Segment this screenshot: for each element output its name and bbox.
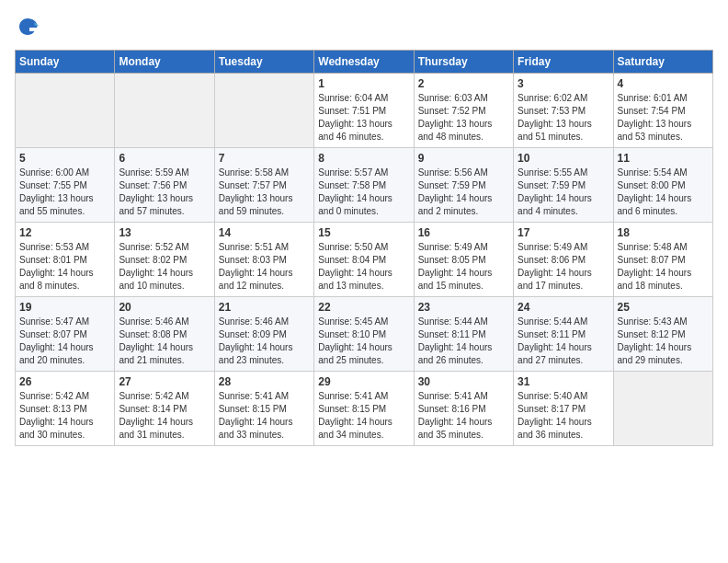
calendar-table: SundayMondayTuesdayWednesdayThursdayFrid… <box>15 50 713 446</box>
calendar-cell: 6Sunrise: 5:59 AM Sunset: 7:56 PM Daylig… <box>115 148 214 223</box>
day-info: Sunrise: 5:44 AM Sunset: 8:11 PM Dayligh… <box>518 316 609 367</box>
day-info: Sunrise: 5:44 AM Sunset: 8:11 PM Dayligh… <box>418 316 509 367</box>
calendar-cell: 4Sunrise: 6:01 AM Sunset: 7:54 PM Daylig… <box>613 74 712 148</box>
page-header <box>15 15 713 40</box>
day-info: Sunrise: 6:03 AM Sunset: 7:52 PM Dayligh… <box>418 92 509 144</box>
day-number: 20 <box>119 301 210 314</box>
day-number: 14 <box>219 226 310 239</box>
day-info: Sunrise: 6:04 AM Sunset: 7:51 PM Dayligh… <box>318 92 409 144</box>
day-info: Sunrise: 5:58 AM Sunset: 7:57 PM Dayligh… <box>219 167 310 218</box>
day-number: 18 <box>618 226 709 239</box>
calendar-cell: 26Sunrise: 5:42 AM Sunset: 8:13 PM Dayli… <box>16 372 115 446</box>
calendar-cell: 11Sunrise: 5:54 AM Sunset: 8:00 PM Dayli… <box>613 148 712 223</box>
calendar-cell: 9Sunrise: 5:56 AM Sunset: 7:59 PM Daylig… <box>414 148 513 223</box>
calendar-cell: 31Sunrise: 5:40 AM Sunset: 8:17 PM Dayli… <box>514 372 613 446</box>
day-info: Sunrise: 5:41 AM Sunset: 8:15 PM Dayligh… <box>318 390 409 442</box>
week-row-2: 5Sunrise: 6:00 AM Sunset: 7:55 PM Daylig… <box>16 148 713 223</box>
day-info: Sunrise: 6:02 AM Sunset: 7:53 PM Dayligh… <box>518 92 609 144</box>
calendar-cell: 22Sunrise: 5:45 AM Sunset: 8:10 PM Dayli… <box>314 297 414 372</box>
day-info: Sunrise: 5:45 AM Sunset: 8:10 PM Dayligh… <box>318 316 409 367</box>
calendar-cell: 15Sunrise: 5:50 AM Sunset: 8:04 PM Dayli… <box>314 223 414 297</box>
day-info: Sunrise: 6:01 AM Sunset: 7:54 PM Dayligh… <box>618 92 709 144</box>
week-row-4: 19Sunrise: 5:47 AM Sunset: 8:07 PM Dayli… <box>16 297 713 372</box>
day-number: 7 <box>219 152 310 165</box>
day-info: Sunrise: 5:48 AM Sunset: 8:07 PM Dayligh… <box>618 241 709 293</box>
day-info: Sunrise: 5:54 AM Sunset: 8:00 PM Dayligh… <box>618 167 709 218</box>
calendar-cell: 7Sunrise: 5:58 AM Sunset: 7:57 PM Daylig… <box>214 148 313 223</box>
calendar-cell: 28Sunrise: 5:41 AM Sunset: 8:15 PM Dayli… <box>214 372 313 446</box>
day-header-friday: Friday <box>514 51 613 74</box>
calendar-cell: 18Sunrise: 5:48 AM Sunset: 8:07 PM Dayli… <box>613 223 712 297</box>
day-number: 10 <box>518 152 609 165</box>
day-number: 21 <box>219 301 310 314</box>
logo-icon <box>15 15 40 40</box>
calendar-cell <box>16 74 115 148</box>
header-row: SundayMondayTuesdayWednesdayThursdayFrid… <box>16 51 713 74</box>
day-info: Sunrise: 5:56 AM Sunset: 7:59 PM Dayligh… <box>418 167 509 218</box>
calendar-cell: 19Sunrise: 5:47 AM Sunset: 8:07 PM Dayli… <box>16 297 115 372</box>
day-header-tuesday: Tuesday <box>214 51 313 74</box>
calendar-cell: 8Sunrise: 5:57 AM Sunset: 7:58 PM Daylig… <box>314 148 414 223</box>
calendar-cell: 29Sunrise: 5:41 AM Sunset: 8:15 PM Dayli… <box>314 372 414 446</box>
day-header-sunday: Sunday <box>16 51 115 74</box>
day-number: 3 <box>518 77 609 90</box>
day-number: 16 <box>418 226 509 239</box>
day-number: 5 <box>19 152 110 165</box>
calendar-cell: 12Sunrise: 5:53 AM Sunset: 8:01 PM Dayli… <box>16 223 115 297</box>
day-info: Sunrise: 5:47 AM Sunset: 8:07 PM Dayligh… <box>19 316 110 367</box>
day-number: 27 <box>119 375 210 388</box>
week-row-5: 26Sunrise: 5:42 AM Sunset: 8:13 PM Dayli… <box>16 372 713 446</box>
day-number: 22 <box>318 301 409 314</box>
day-info: Sunrise: 5:49 AM Sunset: 8:06 PM Dayligh… <box>518 241 609 293</box>
day-header-monday: Monday <box>115 51 214 74</box>
day-info: Sunrise: 6:00 AM Sunset: 7:55 PM Dayligh… <box>19 167 110 218</box>
calendar-cell: 27Sunrise: 5:42 AM Sunset: 8:14 PM Dayli… <box>115 372 214 446</box>
day-info: Sunrise: 5:51 AM Sunset: 8:03 PM Dayligh… <box>219 241 310 293</box>
calendar-cell: 2Sunrise: 6:03 AM Sunset: 7:52 PM Daylig… <box>414 74 513 148</box>
day-info: Sunrise: 5:59 AM Sunset: 7:56 PM Dayligh… <box>119 167 210 218</box>
day-number: 28 <box>219 375 310 388</box>
day-number: 1 <box>318 77 409 90</box>
calendar-cell: 14Sunrise: 5:51 AM Sunset: 8:03 PM Dayli… <box>214 223 313 297</box>
calendar-cell: 16Sunrise: 5:49 AM Sunset: 8:05 PM Dayli… <box>414 223 513 297</box>
calendar-cell: 13Sunrise: 5:52 AM Sunset: 8:02 PM Dayli… <box>115 223 214 297</box>
calendar-cell: 17Sunrise: 5:49 AM Sunset: 8:06 PM Dayli… <box>514 223 613 297</box>
day-info: Sunrise: 5:52 AM Sunset: 8:02 PM Dayligh… <box>119 241 210 293</box>
day-number: 30 <box>418 375 509 388</box>
day-number: 19 <box>19 301 110 314</box>
day-info: Sunrise: 5:42 AM Sunset: 8:13 PM Dayligh… <box>19 390 110 442</box>
day-info: Sunrise: 5:55 AM Sunset: 7:59 PM Dayligh… <box>518 167 609 218</box>
day-number: 25 <box>618 301 709 314</box>
calendar-cell <box>613 372 712 446</box>
calendar-cell: 3Sunrise: 6:02 AM Sunset: 7:53 PM Daylig… <box>514 74 613 148</box>
day-number: 31 <box>518 375 609 388</box>
day-number: 15 <box>318 226 409 239</box>
calendar-cell: 21Sunrise: 5:46 AM Sunset: 8:09 PM Dayli… <box>214 297 313 372</box>
week-row-3: 12Sunrise: 5:53 AM Sunset: 8:01 PM Dayli… <box>16 223 713 297</box>
day-number: 6 <box>119 152 210 165</box>
day-info: Sunrise: 5:46 AM Sunset: 8:09 PM Dayligh… <box>219 316 310 367</box>
day-info: Sunrise: 5:42 AM Sunset: 8:14 PM Dayligh… <box>119 390 210 442</box>
calendar-cell: 24Sunrise: 5:44 AM Sunset: 8:11 PM Dayli… <box>514 297 613 372</box>
day-info: Sunrise: 5:49 AM Sunset: 8:05 PM Dayligh… <box>418 241 509 293</box>
calendar-cell: 20Sunrise: 5:46 AM Sunset: 8:08 PM Dayli… <box>115 297 214 372</box>
calendar-cell: 30Sunrise: 5:41 AM Sunset: 8:16 PM Dayli… <box>414 372 513 446</box>
calendar-cell: 23Sunrise: 5:44 AM Sunset: 8:11 PM Dayli… <box>414 297 513 372</box>
day-number: 8 <box>318 152 409 165</box>
day-info: Sunrise: 5:46 AM Sunset: 8:08 PM Dayligh… <box>119 316 210 367</box>
calendar-cell: 5Sunrise: 6:00 AM Sunset: 7:55 PM Daylig… <box>16 148 115 223</box>
day-number: 23 <box>418 301 509 314</box>
day-header-thursday: Thursday <box>414 51 513 74</box>
day-info: Sunrise: 5:41 AM Sunset: 8:15 PM Dayligh… <box>219 390 310 442</box>
day-number: 2 <box>418 77 509 90</box>
day-info: Sunrise: 5:40 AM Sunset: 8:17 PM Dayligh… <box>518 390 609 442</box>
day-number: 9 <box>418 152 509 165</box>
day-number: 17 <box>518 226 609 239</box>
day-number: 4 <box>618 77 709 90</box>
day-number: 11 <box>618 152 709 165</box>
day-number: 29 <box>318 375 409 388</box>
week-row-1: 1Sunrise: 6:04 AM Sunset: 7:51 PM Daylig… <box>16 74 713 148</box>
day-info: Sunrise: 5:41 AM Sunset: 8:16 PM Dayligh… <box>418 390 509 442</box>
calendar-cell <box>214 74 313 148</box>
calendar-cell <box>115 74 214 148</box>
